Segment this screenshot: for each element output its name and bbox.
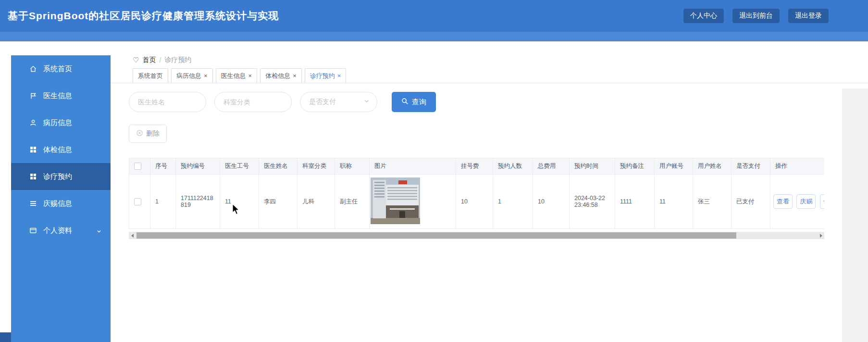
app-header: 基于SpringBoot的社区居民诊疗健康管理系统设计与实现 个人中心 退出到前… [0,0,868,32]
tab-close-icon[interactable]: × [293,72,297,79]
screen: 基于SpringBoot的社区居民诊疗健康管理系统设计与实现 个人中心 退出到前… [0,0,868,342]
sidebar-item-medical-record-info[interactable]: 病历信息 [11,109,111,136]
tab-label: 体检信息 [265,72,290,80]
table-viewport: 序号 预约编号 医生工号 医生姓名 科室分类 职称 图片 挂号费 预约人数 总费… [129,158,824,229]
breadcrumb-home[interactable]: 首页 [142,56,156,64]
heart-icon: ♡ [133,56,139,64]
row-checkbox[interactable] [134,198,141,205]
col-header-user-name: 用户姓名 [693,158,732,175]
qingci-button[interactable]: 庆赐 [796,194,816,209]
sidebar-item-personal-profile[interactable]: 个人资料 [11,217,111,244]
col-header-total-fee: 总费用 [533,158,570,175]
table-row: 1 1711122418819 11 李四 儿科 副主任 [129,175,825,229]
tab-close-icon[interactable]: × [204,72,208,79]
profile-center-button[interactable]: 个人中心 [683,9,724,23]
col-header-appointment-count: 预约人数 [493,158,533,175]
query-button-label: 查询 [412,98,426,107]
doctor-name-input[interactable] [129,92,206,112]
filter-bar: 是否支付 查询 [129,92,868,112]
grid-icon [29,146,37,153]
exit-to-front-button[interactable]: 退出到前台 [732,9,780,23]
tab-medical-record-info[interactable]: 病历信息 × [171,68,213,83]
col-header-registration-fee: 挂号费 [456,158,493,175]
delete-button[interactable]: 删除 [129,125,167,143]
hospital-photo [371,177,420,224]
cell-appointment-no: 1711122418819 [176,175,220,229]
chevron-down-icon [363,98,370,106]
tab-doctor-info[interactable]: 医生信息 × [216,68,258,83]
delete-button-label: 删除 [146,129,160,138]
tab-treatment-appointment[interactable]: 诊疗预约 × [305,68,347,83]
bottom-left-block [0,332,11,342]
folder-icon [29,227,37,234]
right-background-strip [842,89,868,342]
sidebar-item-home[interactable]: 系统首页 [11,55,111,82]
sidebar-item-doctor-info[interactable]: 医生信息 [11,82,111,109]
sidebar-item-qingci-info[interactable]: 庆赐信息 [11,190,111,217]
cell-operations: 查看 庆赐 修改 [770,175,825,229]
flag-icon [29,92,37,100]
sidebar-item-label: 系统首页 [43,64,72,74]
cell-seq: 1 [150,175,176,229]
col-header-operations: 操作 [770,158,825,175]
content-panel: 是否支付 查询 删除 [111,92,868,239]
col-header-image: 图片 [370,158,456,175]
home-icon [29,65,37,73]
tab-bar: 系统首页 病历信息 × 医生信息 × 体检信息 × 诊疗预约 × [111,68,868,83]
col-header-appointment-time: 预约时间 [570,158,615,175]
sidebar: 系统首页 医生信息 病历信息 体检信息 诊疗预约 [11,55,111,342]
breadcrumb-current: 诊疗预约 [164,56,191,64]
tab-label: 病历信息 [176,72,201,80]
tab-home[interactable]: 系统首页 [133,68,168,83]
cell-appointment-count: 1 [493,175,533,229]
col-header-remark: 预约备注 [615,158,655,175]
payment-status-select[interactable]: 是否支付 [300,92,377,112]
app-title: 基于SpringBoot的社区居民诊疗健康管理系统设计与实现 [8,9,279,23]
col-header-appointment-no: 预约编号 [176,158,220,175]
query-button[interactable]: 查询 [392,92,436,112]
col-header-doctor-name: 医生姓名 [259,158,298,175]
cell-doctor-name: 李四 [259,175,298,229]
table-toolbar: 删除 [129,125,868,143]
tab-label: 诊疗预约 [310,72,335,80]
scrollbar-thumb[interactable] [136,232,736,239]
cell-remark: 1111 [615,175,655,229]
col-header-doctor-no: 医生工号 [220,158,259,175]
scroll-left-arrow-icon[interactable] [129,232,136,239]
user-icon [29,119,37,127]
search-icon [401,98,409,106]
department-input[interactable] [214,92,292,112]
col-header-user-account: 用户账号 [655,158,693,175]
tab-label: 系统首页 [138,72,163,80]
cell-total-fee: 10 [533,175,570,229]
edit-button[interactable]: 修改 [820,194,824,209]
view-button[interactable]: 查看 [773,194,793,209]
col-header-department: 科室分类 [298,158,335,175]
cell-payment-status: 已支付 [732,175,770,229]
sidebar-item-treatment-appointment[interactable]: 诊疗预约 [11,163,111,190]
sidebar-item-label: 诊疗预约 [43,172,72,181]
breadcrumb: ♡ 首页 / 诊疗预约 [111,41,868,64]
cell-doctor-no: 11 [220,175,259,229]
table-header-row: 序号 预约编号 医生工号 医生姓名 科室分类 职称 图片 挂号费 预约人数 总费… [129,158,825,175]
col-header-job-title: 职称 [335,158,370,175]
tab-close-icon[interactable]: × [248,72,252,79]
logout-button[interactable]: 退出登录 [788,9,829,23]
appointments-table-wrap: 序号 预约编号 医生工号 医生姓名 科室分类 职称 图片 挂号费 预约人数 总费… [129,158,824,239]
scroll-right-arrow-icon[interactable] [818,232,824,239]
header-actions: 个人中心 退出到前台 退出登录 [683,9,829,23]
sidebar-item-label: 医生信息 [43,91,72,101]
cell-job-title: 副主任 [335,175,370,229]
main-area: ♡ 首页 / 诊疗预约 系统首页 病历信息 × 医生信息 × 体检信息 × 诊疗… [111,41,868,342]
select-all-checkbox[interactable] [134,163,141,170]
col-header-seq: 序号 [150,158,176,175]
sidebar-item-label: 病历信息 [43,118,72,127]
sidebar-item-physical-exam-info[interactable]: 体检信息 [11,136,111,163]
chevron-down-icon [96,228,102,236]
tab-close-icon[interactable]: × [337,72,341,79]
select-placeholder: 是否支付 [309,98,336,106]
tab-physical-exam-info[interactable]: 体检信息 × [260,68,302,83]
breadcrumb-separator-icon: / [159,56,161,64]
horizontal-scrollbar[interactable] [129,232,824,239]
list-icon [29,200,37,207]
